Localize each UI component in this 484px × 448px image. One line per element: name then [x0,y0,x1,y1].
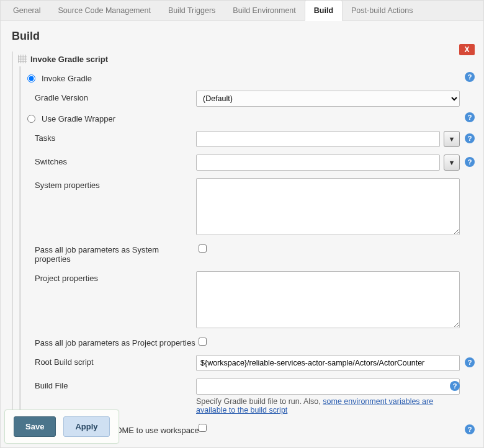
expand-button[interactable]: ▼ [444,131,460,147]
help-icon[interactable]: ? [465,424,475,434]
pass-sys-checkbox[interactable] [199,244,207,253]
help-icon[interactable]: ? [465,112,475,122]
invoke-gradle-subrows: Gradle Version (Default) [26,87,475,110]
root-build-input[interactable] [196,355,460,371]
row-project-properties: Project properties [35,267,475,332]
project-properties-textarea[interactable] [196,271,460,328]
tab-scm[interactable]: Source Code Management [49,1,159,20]
switches-label: Switches [35,155,196,166]
root-build-label: Root Build script [35,355,196,367]
radio-use-gradle-wrapper-label: Use Gradle Wrapper [42,114,115,123]
build-file-input[interactable] [196,379,460,395]
tasks-input[interactable] [196,131,440,147]
page-body: Build Invoke Gradle script X Invoke Grad… [1,21,483,447]
delete-step-button[interactable]: X [459,44,475,55]
tab-build-environment[interactable]: Build Environment [224,1,304,20]
row-pass-sys: Pass all job parameters as System proper… [35,239,475,267]
pass-proj-label: Pass all job parameters as Project prope… [35,336,196,347]
tasks-label: Tasks [35,131,196,143]
row-switches: Switches ▼ ? [35,151,475,174]
row-pass-proj: Pass all job parameters as Project prope… [35,332,475,351]
common-fields: Tasks ▼ ? Switches ▼ ? [26,127,475,437]
build-step-header: Invoke Gradle script X [18,52,475,66]
save-button[interactable]: Save [14,416,56,437]
project-properties-label: Project properties [35,271,196,283]
section-tabs: General Source Code Management Build Tri… [1,1,483,21]
tab-general[interactable]: General [4,1,49,20]
tab-build-triggers[interactable]: Build Triggers [159,1,224,20]
radio-use-gradle-wrapper[interactable] [27,115,35,123]
radio-invoke-gradle-row: Invoke Gradle ? [26,70,475,87]
radio-invoke-gradle-label: Invoke Gradle [42,74,92,83]
drag-handle-icon[interactable] [18,55,27,63]
expand-button[interactable]: ▼ [444,155,460,171]
build-step: Invoke Gradle script X Invoke Gradle ? G… [12,52,475,441]
build-file-label: Build File [35,379,196,390]
help-icon[interactable]: ? [465,133,475,143]
pass-proj-checkbox[interactable] [199,338,207,346]
build-file-hint-text: Specify Gradle build file to run. Also, [196,397,323,406]
switches-input[interactable] [196,155,440,171]
build-file-hint: Specify Gradle build file to run. Also, … [196,395,460,414]
help-icon[interactable]: ? [450,381,460,391]
tab-build[interactable]: Build [305,0,343,21]
row-gradle-version: Gradle Version (Default) [35,87,475,110]
build-step-title: Invoke Gradle script [30,55,108,64]
help-icon[interactable]: ? [465,357,475,367]
force-home-visible-text: HOME to use workspace [110,426,199,435]
pass-sys-label: Pass all job parameters as System proper… [35,243,196,264]
page-title: Build [1,21,483,52]
system-properties-label: System properties [35,178,196,190]
help-icon[interactable]: ? [465,157,475,167]
row-tasks: Tasks ▼ ? [35,127,475,151]
force-home-checkbox[interactable] [199,424,207,432]
config-page: ? General Source Code Management Build T… [0,0,484,448]
footer-actions: Save Apply [4,410,119,444]
radio-use-wrapper-row: Use Gradle Wrapper ? [26,110,475,127]
system-properties-textarea[interactable] [196,178,460,235]
gradle-version-label: Gradle Version [35,91,196,102]
tab-post-build[interactable]: Post-build Actions [343,1,421,20]
gradle-version-select[interactable]: (Default) [196,91,460,107]
radio-invoke-gradle[interactable] [27,74,35,83]
build-step-body: Invoke Gradle ? Gradle Version (Default) [19,66,475,441]
row-root-build-script: Root Build script ? [35,351,475,375]
help-icon[interactable]: ? [465,72,475,82]
apply-button[interactable]: Apply [63,416,109,437]
row-system-properties: System properties [35,174,475,239]
